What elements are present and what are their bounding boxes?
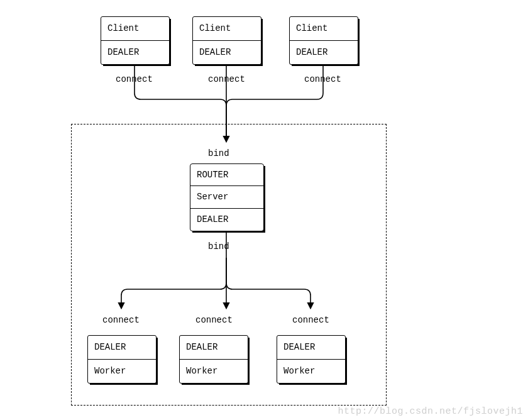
connect-label-client-2: connect bbox=[208, 74, 245, 84]
worker-bottom-label: Worker bbox=[283, 366, 315, 376]
connect-label-client-3: connect bbox=[304, 74, 341, 84]
worker-top-label: DEALER bbox=[186, 342, 217, 352]
connect-label-client-1: connect bbox=[116, 74, 153, 84]
watermark: http://blog.csdn.net/fjslovejh1 bbox=[338, 406, 523, 417]
client-node-3: Client DEALER bbox=[289, 16, 358, 65]
bind-bottom-label: bind bbox=[208, 241, 229, 251]
client-node-1: Client DEALER bbox=[101, 16, 170, 65]
bind-top-label: bind bbox=[208, 148, 229, 158]
worker-top-label: DEALER bbox=[283, 342, 315, 352]
worker-node-1: DEALER Worker bbox=[87, 335, 157, 384]
connect-label-worker-1: connect bbox=[102, 315, 140, 325]
client-bottom-label: DEALER bbox=[296, 47, 327, 57]
server-node: ROUTER Server DEALER bbox=[190, 163, 264, 231]
server-label: Server bbox=[197, 192, 228, 202]
client-top-label: Client bbox=[296, 23, 327, 33]
worker-node-2: DEALER Worker bbox=[179, 335, 248, 384]
client-bottom-label: DEALER bbox=[199, 47, 231, 57]
server-dealer-label: DEALER bbox=[197, 214, 228, 224]
worker-node-3: DEALER Worker bbox=[277, 335, 346, 384]
client-node-2: Client DEALER bbox=[192, 16, 261, 65]
client-top-label: Client bbox=[107, 23, 139, 33]
client-top-label: Client bbox=[199, 23, 231, 33]
client-bottom-label: DEALER bbox=[107, 47, 139, 57]
worker-bottom-label: Worker bbox=[94, 366, 126, 376]
connect-label-worker-2: connect bbox=[195, 315, 233, 325]
server-router-label: ROUTER bbox=[197, 170, 228, 180]
connect-label-worker-3: connect bbox=[292, 315, 329, 325]
worker-bottom-label: Worker bbox=[186, 366, 217, 376]
worker-top-label: DEALER bbox=[94, 342, 126, 352]
